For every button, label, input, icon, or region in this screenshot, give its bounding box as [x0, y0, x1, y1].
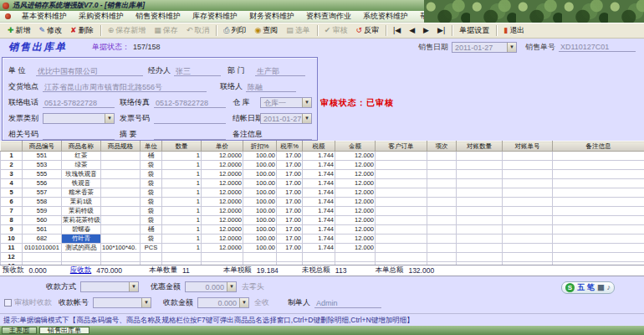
grid-cell[interactable]: [427, 152, 457, 161]
grid-cell[interactable]: 553: [23, 161, 62, 170]
grid-cell[interactable]: 1: [162, 198, 202, 207]
grid-cell[interactable]: 555: [23, 170, 62, 179]
grid-cell[interactable]: 12.0000: [202, 216, 243, 225]
column-header[interactable]: 对账单号: [503, 142, 553, 152]
grid-cell[interactable]: 1.744: [303, 225, 335, 234]
grid-cell[interactable]: 100.00: [243, 198, 277, 207]
column-header[interactable]: 税额: [303, 142, 335, 152]
grid-cell[interactable]: [376, 225, 427, 234]
grid-cell[interactable]: [457, 179, 503, 188]
grid-cell[interactable]: [457, 225, 503, 234]
grid-cell[interactable]: 17.00: [277, 198, 303, 207]
menu-item-0[interactable]: 基本资料维护: [16, 11, 73, 22]
ime-icon-4[interactable]: ♪: [607, 283, 611, 292]
grid-cell[interactable]: 12.0000: [202, 179, 243, 188]
grid-cell[interactable]: 100.00: [243, 216, 277, 225]
grid-cell[interactable]: [141, 253, 162, 262]
grid-cell[interactable]: [553, 244, 644, 253]
grid-cell[interactable]: 100.00: [243, 152, 277, 161]
menu-item-5[interactable]: 资料查询作业: [300, 11, 357, 22]
grid-cell[interactable]: [503, 152, 553, 161]
grid-cell[interactable]: 12.0000: [202, 207, 243, 216]
grid-cell[interactable]: 17.00: [277, 207, 303, 216]
chevron-down-icon[interactable]: ▼: [302, 98, 311, 107]
grid-cell[interactable]: [427, 207, 457, 216]
grid-cell[interactable]: 1: [162, 152, 202, 161]
grid-cell[interactable]: [553, 225, 644, 234]
grid-cell[interactable]: [427, 244, 457, 253]
grid-cell[interactable]: 1.744: [303, 179, 335, 188]
grid-cell[interactable]: 袋: [141, 216, 162, 225]
grid-cell[interactable]: [376, 179, 427, 188]
chevron-down-icon[interactable]: ▼: [129, 282, 138, 291]
grid-cell[interactable]: 557: [23, 188, 62, 198]
menu-item-3[interactable]: 库存资料维护: [187, 11, 243, 22]
field-combobox[interactable]: 仓库一▼: [260, 97, 312, 108]
grid-cell[interactable]: 茉莉1级: [62, 198, 101, 207]
collect-on-audit-checkbox[interactable]: [4, 299, 12, 307]
grid-cell[interactable]: [457, 207, 503, 216]
column-header[interactable]: 客户订单: [376, 142, 427, 152]
ime-icon-2[interactable]: 笔: [587, 283, 595, 292]
toolbar-exit-button[interactable]: ▮退出: [499, 24, 529, 37]
field-combobox[interactable]: ▼: [43, 113, 115, 124]
row-number[interactable]: 9: [1, 225, 23, 234]
grid-cell[interactable]: [162, 253, 202, 262]
grid-cell[interactable]: [503, 253, 553, 262]
grid-cell[interactable]: 12.000: [335, 198, 376, 207]
grid-cell[interactable]: [553, 198, 644, 207]
grid-cell[interactable]: 12.000: [335, 216, 376, 225]
field-input[interactable]: [154, 114, 226, 124]
grid-cell[interactable]: [503, 244, 553, 253]
grid-cell[interactable]: [427, 198, 457, 207]
grid-cell[interactable]: 1.744: [303, 216, 335, 225]
grid-cell[interactable]: [503, 216, 553, 225]
grid-cell[interactable]: [101, 207, 141, 216]
grid-cell[interactable]: [553, 253, 644, 262]
grid-cell[interactable]: 12.0000: [202, 170, 243, 179]
grid-cell[interactable]: 560: [23, 216, 62, 225]
grid-cell[interactable]: 12.0000: [202, 161, 243, 170]
toolbar-unaudit-button[interactable]: ↺反审: [351, 24, 383, 37]
grid-cell[interactable]: 1.744: [303, 244, 335, 253]
grid-cell[interactable]: [101, 179, 141, 188]
grid-cell[interactable]: 17.00: [277, 225, 303, 234]
grid-cell[interactable]: 17.00: [277, 170, 303, 179]
column-header[interactable]: 商品名称: [62, 142, 101, 152]
grid-cell[interactable]: 茉莉花茶特级: [62, 216, 101, 225]
column-header[interactable]: 税率%: [277, 142, 303, 152]
ime-icon-3[interactable]: ▦: [597, 283, 605, 292]
grid-cell[interactable]: [101, 225, 141, 234]
payment-method-combobox[interactable]: ▼: [80, 281, 139, 292]
menu-item-1[interactable]: 采购资料维护: [73, 11, 130, 22]
grid-cell[interactable]: 1: [162, 244, 202, 253]
toolbar-query-button[interactable]: ◉查阅: [250, 24, 282, 37]
grid-cell[interactable]: [503, 234, 553, 244]
grid-cell[interactable]: 559: [23, 207, 62, 216]
grid-cell[interactable]: [427, 225, 457, 234]
ime-icon-1[interactable]: 五: [577, 283, 585, 292]
chevron-down-icon[interactable]: ▼: [302, 114, 311, 123]
grid-cell[interactable]: [553, 170, 644, 179]
chevron-down-icon[interactable]: ▼: [105, 114, 114, 123]
toolbar-print-button[interactable]: ⎙列印: [219, 24, 250, 37]
grid-cell[interactable]: 碧螺春: [62, 225, 101, 234]
grid-cell[interactable]: 红茶: [62, 152, 101, 161]
grid-cell[interactable]: 12.000: [335, 234, 376, 244]
row-number[interactable]: 11: [1, 244, 23, 253]
grid-cell[interactable]: [553, 152, 644, 161]
grid-cell[interactable]: [457, 216, 503, 225]
toolbar-doc-settings-button[interactable]: 单据设置: [455, 24, 493, 37]
grid-cell[interactable]: 1: [162, 170, 202, 179]
grid-cell[interactable]: 1.744: [303, 170, 335, 179]
grid-cell[interactable]: 袋: [141, 170, 162, 179]
row-number[interactable]: 3: [1, 170, 23, 179]
row-number[interactable]: 5: [1, 188, 23, 198]
toolbar-new-button[interactable]: ✚新增: [3, 24, 35, 37]
grid-cell[interactable]: 1.744: [303, 234, 335, 244]
receive-amount-input[interactable]: 0.000▼: [197, 297, 249, 308]
grid-cell[interactable]: [503, 207, 553, 216]
column-header[interactable]: 对账数量: [457, 142, 503, 152]
grid-cell[interactable]: 桶: [141, 225, 162, 234]
grid-cell[interactable]: [376, 152, 427, 161]
